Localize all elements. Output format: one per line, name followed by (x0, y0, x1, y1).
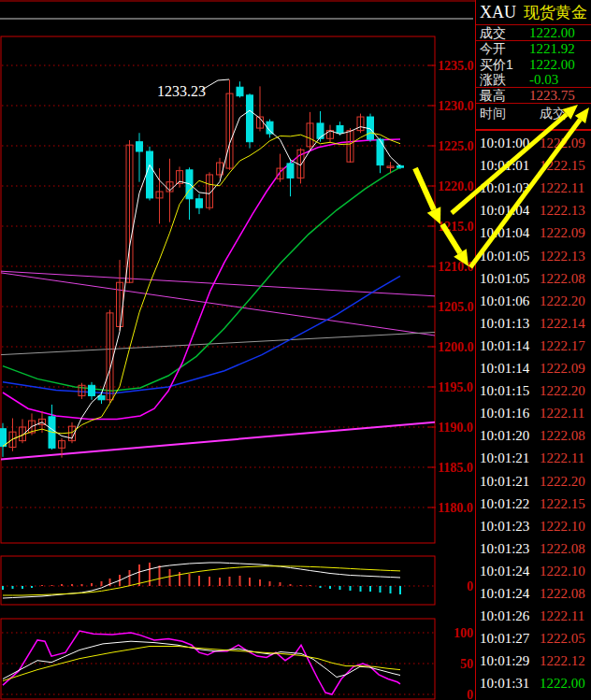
tape-row: 10:01:131222.14 (476, 312, 591, 335)
field-value: -0.03 (529, 72, 558, 87)
tape-price: 1222.20 (540, 470, 585, 493)
tape-price: 1222.08 (540, 537, 585, 560)
price-axis-label: 1210.0 (438, 260, 474, 274)
quote-field-high: 最高1223.75 (476, 88, 591, 103)
high-pointer-line (202, 79, 229, 90)
tape-row: 10:01:141222.09 (476, 357, 591, 379)
macd-zero-label: 0 (467, 579, 473, 593)
quote-title: XAU现货黄金 (480, 2, 587, 23)
candle-down[interactable] (377, 139, 383, 165)
kdj-k-line (3, 641, 400, 679)
tape-time: 10:01:23 (480, 515, 529, 537)
tape-row: 10:01:211222.11 (476, 447, 591, 469)
tape-row: 10:01:061222.20 (476, 290, 591, 312)
field-label: 买价1 (480, 57, 513, 72)
tape-time: 10:01:03 (480, 177, 529, 199)
field-value: 1223.75 (529, 88, 575, 103)
tape-price: 1222.15 (540, 493, 585, 515)
tape-time: 10:01:22 (480, 493, 529, 515)
divider (476, 87, 591, 88)
kdj-axis-label: 0 (467, 688, 473, 700)
symbol-name: 现货黄金 (524, 4, 587, 21)
price-axis-label: 1225.0 (438, 139, 474, 153)
candle-down[interactable] (287, 164, 294, 178)
quote-field-open: 今开1221.92 (476, 41, 591, 56)
kdj-axis-label: 100 (454, 626, 473, 640)
tape-price: 1222.11 (540, 605, 584, 627)
candle-down[interactable] (0, 429, 7, 447)
ma-yellow-line (3, 133, 400, 447)
field-label: 涨跌 (480, 72, 506, 87)
field-label: 今开 (480, 41, 506, 56)
tape-time: 10:01:05 (480, 267, 529, 290)
tape-price: 1222.09 (540, 357, 585, 379)
tape-time: 10:01:14 (480, 357, 529, 379)
tape-row: 10:01:011222.15 (476, 154, 591, 177)
quote-panel: XAU现货黄金 成交1222.00今开1221.92买价11222.00涨跌-0… (475, 0, 591, 700)
tape-time: 10:01:14 (480, 335, 529, 357)
candle-down[interactable] (89, 385, 95, 395)
macd-histogram (3, 563, 400, 594)
tape-row: 10:01:051222.08 (476, 267, 591, 290)
candle-down[interactable] (237, 87, 243, 95)
ma-blue-line (3, 276, 400, 393)
tape-row: 10:01:041222.13 (476, 199, 591, 221)
candle-down[interactable] (137, 142, 143, 151)
candlesticks (0, 79, 404, 457)
tape-price: 1222.15 (540, 154, 585, 177)
field-label: 成交 (480, 25, 506, 40)
price-axis-label: 1180.0 (438, 501, 473, 515)
candle-down[interactable] (247, 95, 253, 142)
quote-field-change: 涨跌-0.03 (476, 72, 591, 87)
tape-price: 1222.08 (540, 582, 585, 605)
candle-down[interactable] (317, 123, 324, 138)
candle-down[interactable] (98, 395, 105, 399)
tape-time: 10:01:04 (480, 199, 529, 221)
tape-header-time: 时间 (480, 106, 506, 122)
tape-price: 1222.13 (540, 245, 585, 267)
tape-time: 10:01:20 (480, 424, 529, 447)
price-axis-label: 1185.0 (438, 461, 473, 475)
tape-time: 10:01:15 (480, 379, 529, 402)
price-axis-label: 1230.0 (438, 99, 474, 113)
tape-time: 10:01:31 (480, 672, 529, 694)
field-value: 1222.00 (529, 57, 575, 72)
tape-row: 10:01:161222.11 (476, 402, 591, 424)
field-value: 1222.00 (529, 25, 575, 40)
tape-row: 10:01:001222.09 (476, 132, 591, 154)
tape-row: 10:01:291222.12 (476, 650, 591, 672)
divider (476, 129, 591, 131)
macd-panel-box (1, 556, 435, 605)
tape-time: 10:01:29 (480, 650, 529, 672)
candle-down[interactable] (196, 199, 203, 207)
tape-time: 10:01:06 (480, 290, 529, 312)
candle-down[interactable] (147, 151, 153, 198)
price-axis-label: 1190.0 (438, 421, 473, 435)
trading-app-window: 1235.01230.01225.01220.01215.01210.01205… (0, 0, 591, 700)
tape-row: 10:01:031222.11 (476, 177, 591, 199)
tape-price: 1222.17 (540, 335, 585, 357)
tape-time: 10:01:26 (480, 605, 529, 627)
quote-field-last-price: 成交1222.00 (476, 25, 591, 40)
kdj-j-line (3, 631, 400, 694)
tape-price: 1222.09 (540, 132, 585, 154)
tape-row: 10:01:151222.20 (476, 379, 591, 402)
tape-price: 1222.11 (540, 177, 584, 199)
tape-time: 10:01:13 (480, 312, 529, 335)
tape-price: 1222.10 (540, 515, 585, 537)
kdj-axis-label: 50 (460, 657, 473, 671)
tape-time: 10:01:04 (480, 221, 529, 244)
tape-row: 10:01:141222.17 (476, 335, 591, 357)
tape-row: 10:01:311222.00 (476, 672, 591, 694)
tape-price: 1222.10 (540, 560, 585, 582)
trendline-ascending (1, 422, 435, 460)
tape-price: 1222.12 (540, 650, 585, 672)
tape-time: 10:01:27 (480, 627, 529, 650)
trendline-descending-2 (1, 273, 435, 336)
divider (476, 40, 591, 41)
candle-down[interactable] (337, 126, 343, 134)
tape-price: 1222.11 (540, 447, 584, 469)
tape-price: 1222.14 (540, 312, 585, 335)
price-axis-label: 1215.0 (438, 220, 474, 234)
tape-time: 10:01:00 (480, 132, 529, 154)
